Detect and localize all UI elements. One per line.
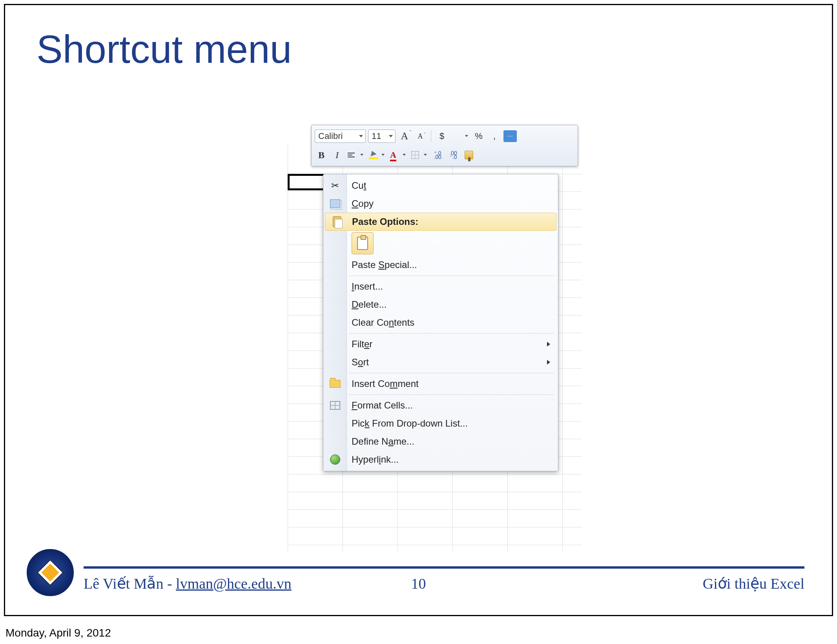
menu-item-sort[interactable]: Sort xyxy=(323,353,558,371)
slide-frame: Shortcut menu xyxy=(4,4,833,616)
clipboard-icon xyxy=(357,237,368,250)
paste-option-default[interactable] xyxy=(352,232,374,254)
menu-label: Copy xyxy=(352,198,374,209)
mini-toolbar: Calibri 11 Aˆ Aˇ $ % , ⋯ B I xyxy=(311,125,578,166)
menu-item-cut[interactable]: ✂ Cut xyxy=(323,177,558,195)
decrease-decimal-button[interactable]: .00⁻.0 xyxy=(447,148,460,162)
menu-item-delete[interactable]: Delete... xyxy=(323,296,558,314)
borders-button[interactable] xyxy=(410,148,429,162)
grow-font-icon: Aˆ xyxy=(401,130,408,142)
menu-label: Delete... xyxy=(352,299,387,310)
table-icon xyxy=(329,399,341,412)
percent-icon: % xyxy=(475,131,483,141)
menu-label: Paste Special... xyxy=(352,259,417,270)
submenu-arrow-icon xyxy=(547,342,550,347)
menu-label: Pick From Drop-down List... xyxy=(352,418,468,429)
comma-format-button[interactable]: , xyxy=(488,130,501,143)
menu-label: Sort xyxy=(352,357,369,368)
menu-label: Insert... xyxy=(352,281,383,292)
context-menu: ✂ Cut Copy Paste Options: Paste Special.… xyxy=(323,174,558,471)
author-email-link[interactable]: lvman@hce.edu.vn xyxy=(176,575,292,592)
menu-item-define-name[interactable]: Define Name... xyxy=(323,432,558,451)
cut-icon: ✂ xyxy=(329,179,341,192)
dropdown-caret-icon xyxy=(403,154,406,156)
footer-page-number: 10 xyxy=(411,575,426,592)
export-timestamp: Monday, April 9, 2012 xyxy=(5,627,111,639)
percent-format-button[interactable]: % xyxy=(472,130,485,143)
increase-decimal-button[interactable]: ⁺.0.00 xyxy=(431,148,444,162)
menu-separator xyxy=(349,394,554,395)
menu-separator xyxy=(349,275,554,276)
menu-item-insert-comment[interactable]: Insert Comment xyxy=(323,375,558,393)
increase-decimal-icon: ⁺.0.00 xyxy=(434,151,441,159)
menu-separator xyxy=(349,373,554,373)
grow-font-button[interactable]: Aˆ xyxy=(398,130,411,143)
menu-label: Define Name... xyxy=(352,436,414,447)
submenu-arrow-icon xyxy=(547,360,550,365)
font-size-combo[interactable]: 11 xyxy=(368,130,396,143)
dropdown-caret-icon xyxy=(381,154,385,156)
italic-button[interactable]: I xyxy=(330,148,344,162)
dropdown-caret-icon xyxy=(360,154,363,156)
dropdown-caret-icon xyxy=(359,135,363,137)
menu-item-format-cells[interactable]: Format Cells... xyxy=(323,396,558,414)
currency-dropdown[interactable] xyxy=(451,130,470,143)
font-color-icon: A xyxy=(390,150,396,160)
bold-button[interactable]: B xyxy=(315,148,328,162)
slide-title: Shortcut menu xyxy=(36,27,832,72)
number-format-dialog-button[interactable]: ⋯ xyxy=(503,130,517,143)
bold-icon: B xyxy=(318,150,325,161)
menu-item-paste-options-header[interactable]: Paste Options: xyxy=(325,213,556,231)
university-logo xyxy=(27,549,74,596)
menu-label: Paste Options: xyxy=(352,216,418,227)
font-name-combo[interactable]: Calibri xyxy=(315,130,366,143)
shrink-font-icon: Aˇ xyxy=(418,132,423,140)
separator xyxy=(431,130,431,142)
borders-icon xyxy=(411,151,419,159)
footer-divider xyxy=(84,566,804,569)
decrease-decimal-icon: .00⁻.0 xyxy=(449,151,457,159)
footer-topic: Giới thiệu Excel xyxy=(703,575,804,592)
align-button[interactable] xyxy=(346,148,365,162)
menu-item-pick-from-list[interactable]: Pick From Drop-down List... xyxy=(323,414,558,432)
menu-label: Format Cells... xyxy=(352,400,413,411)
align-icon xyxy=(348,153,355,157)
fill-color-icon xyxy=(369,151,378,159)
dropdown-caret-icon xyxy=(424,154,427,156)
logo-diamond-icon xyxy=(36,559,64,587)
excel-screenshot: Calibri 11 Aˆ Aˇ $ % , ⋯ B I xyxy=(288,123,582,551)
menu-label: Cut xyxy=(352,180,366,191)
italic-icon: I xyxy=(336,150,339,161)
menu-item-insert[interactable]: Insert... xyxy=(323,277,558,296)
menu-item-copy[interactable]: Copy xyxy=(323,195,558,213)
font-color-button[interactable]: A xyxy=(388,148,407,162)
paste-icon xyxy=(331,215,343,228)
comma-icon: , xyxy=(493,131,496,141)
menu-item-filter[interactable]: Filter xyxy=(323,335,558,353)
currency-format-button[interactable]: $ xyxy=(435,130,449,143)
copy-icon xyxy=(329,197,341,210)
folder-icon xyxy=(329,378,341,390)
footer-author: Lê Viết Mẫn - lvman@hce.edu.vn xyxy=(84,575,292,592)
menu-label: Hyperlink... xyxy=(352,454,399,465)
format-painter-button[interactable] xyxy=(462,148,476,162)
font-size-value: 11 xyxy=(372,131,381,141)
menu-label: Filter xyxy=(352,339,372,350)
author-name: Lê Viết Mẫn - xyxy=(84,575,176,592)
menu-label: Insert Comment xyxy=(352,378,419,389)
menu-item-clear-contents[interactable]: Clear Contents xyxy=(323,314,558,332)
menu-item-paste-special[interactable]: Paste Special... xyxy=(323,256,558,274)
menu-item-hyperlink[interactable]: Hyperlink... xyxy=(323,451,558,469)
currency-icon: $ xyxy=(439,131,444,141)
format-painter-icon xyxy=(465,151,473,159)
shrink-font-button[interactable]: Aˇ xyxy=(414,130,427,143)
dropdown-caret-icon xyxy=(465,135,468,137)
globe-icon xyxy=(329,453,341,466)
font-name-value: Calibri xyxy=(318,131,343,141)
menu-label: Clear Contents xyxy=(352,317,414,328)
fill-color-button[interactable] xyxy=(367,148,386,162)
menu-separator xyxy=(349,333,554,334)
dropdown-caret-icon xyxy=(389,135,393,137)
selected-cell[interactable] xyxy=(288,174,325,190)
number-dialog-icon: ⋯ xyxy=(503,130,517,142)
